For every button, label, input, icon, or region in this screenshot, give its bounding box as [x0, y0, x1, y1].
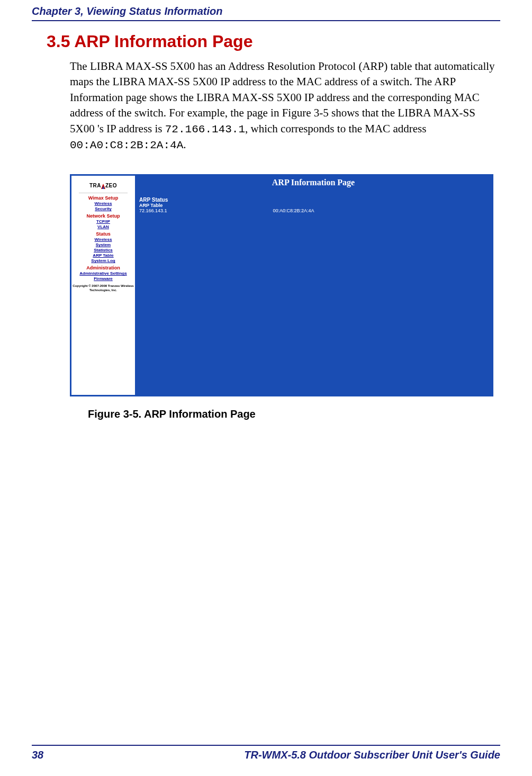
nav-status-wireless[interactable]: Wireless [73, 237, 134, 242]
figure-caption: Figure 3-5. ARP Information Page [88, 408, 500, 420]
arp-ip: 72.166.143.1 [139, 208, 272, 213]
guide-title: TR-WMX-5.8 Outdoor Subscriber Unit User'… [244, 749, 500, 761]
arp-mac: 00:A0:C8:2B:2A:4A [273, 208, 314, 213]
embedded-screenshot: TRAZEO Wimax Setup Wireless Security Net… [70, 174, 493, 396]
sidebar: TRAZEO Wimax Setup Wireless Security Net… [71, 176, 135, 395]
logo-icon [101, 184, 105, 189]
nav-firmware[interactable]: Firmware [73, 276, 134, 281]
logo: TRAZEO [73, 179, 134, 192]
copyright-line2: Technologies, Inc. [89, 288, 117, 292]
nav-statistics[interactable]: Statistics [73, 248, 134, 252]
nav-heading-network: Network Setup [73, 213, 134, 219]
content-area: 3.5 ARP Information Page The LIBRA MAX-S… [32, 32, 500, 420]
page-number: 38 [32, 749, 43, 761]
section-title: 3.5 ARP Information Page [47, 32, 500, 51]
panel-subsection: ARP Table [139, 203, 488, 208]
page-header: Chapter 3, Viewing Status Information [32, 5, 222, 17]
logo-text: TRAZEO [89, 183, 117, 188]
nav-admin-settings[interactable]: Administrative Settings [73, 271, 134, 276]
body-ip: 72.166.143.1 [165, 123, 245, 136]
nav-vlan[interactable]: VLAN [73, 224, 134, 229]
footer: 38 TR-WMX-5.8 Outdoor Subscriber Unit Us… [32, 745, 500, 761]
nav-arp-table[interactable]: ARP Table [73, 253, 134, 258]
nav-system-log[interactable]: System Log [73, 258, 134, 263]
main-panel: ARP Information Page ARP Status ARP Tabl… [135, 176, 492, 395]
header-rule [32, 20, 500, 21]
nav-wireless[interactable]: Wireless [73, 201, 134, 206]
figure-wrap: TRAZEO Wimax Setup Wireless Security Net… [70, 174, 500, 420]
nav-system[interactable]: System [73, 242, 134, 247]
nav-security[interactable]: Security [73, 206, 134, 211]
arp-row: 72.166.143.1 00:A0:C8:2B:2A:4A [139, 208, 488, 213]
divider [79, 193, 128, 193]
nav-heading-wimax: Wimax Setup [73, 195, 134, 201]
panel-title: ARP Information Page [139, 178, 488, 187]
copyright-line1: Copyright © 2007-2008 Tranzeo Wireless [73, 284, 133, 287]
body-part2: , which corresponds to the MAC address [245, 122, 426, 135]
body-mac: 00:A0:C8:2B:2A:4A [70, 139, 183, 151]
nav-heading-status: Status [73, 231, 134, 237]
section-body: The LIBRA MAX-SS 5X00 has an Address Res… [70, 59, 500, 153]
nav-tcpip[interactable]: TCP/IP [73, 219, 134, 224]
page: Chapter 3, Viewing Status Information 3.… [0, 0, 532, 776]
panel-section: ARP Status [139, 197, 488, 203]
body-part3: . [183, 138, 186, 151]
nav-copyright: Copyright © 2007-2008 Tranzeo Wireless T… [73, 284, 134, 292]
nav-heading-admin: Administration [73, 265, 134, 270]
